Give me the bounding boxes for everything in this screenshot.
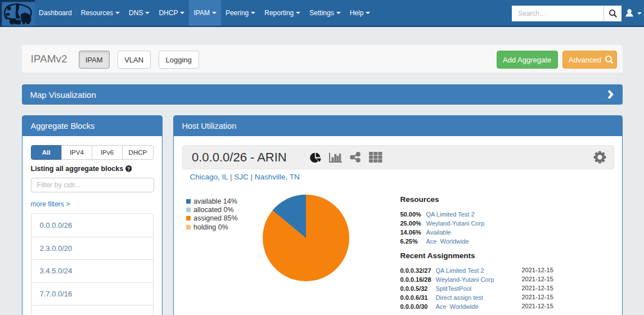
- svg-text:?: ?: [127, 166, 130, 172]
